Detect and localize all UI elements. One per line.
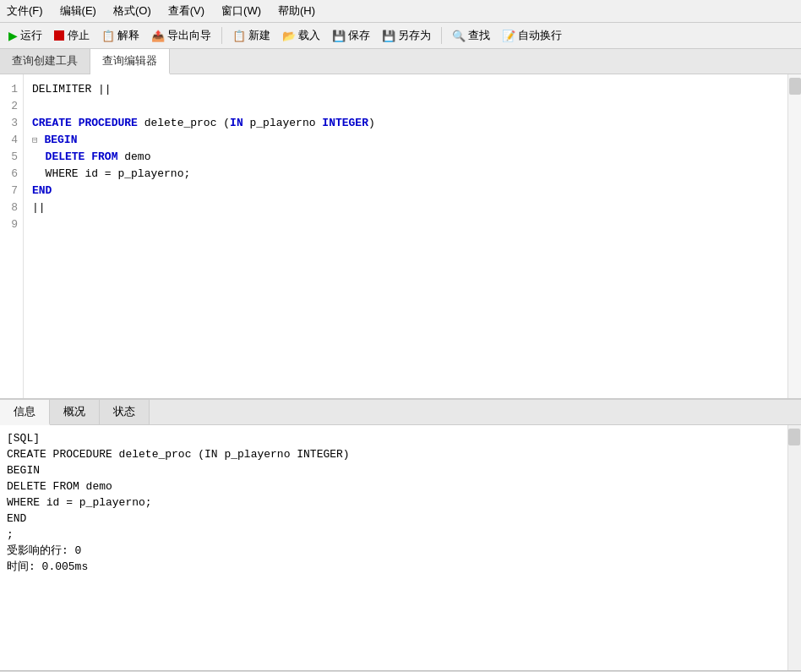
- line-num: 5: [7, 149, 18, 166]
- find-label: 查找: [468, 28, 490, 43]
- auto-wrap-label: 自动换行: [518, 28, 562, 43]
- export-wizard-button[interactable]: 📤 导出向导: [148, 26, 215, 45]
- auto-wrap-button[interactable]: 📝 自动换行: [499, 26, 565, 45]
- info-line: WHERE id = p_playerno;: [7, 494, 781, 511]
- line-num: 6: [7, 166, 18, 183]
- menu-help[interactable]: 帮助(H): [276, 3, 317, 19]
- find-icon: 🔍: [452, 30, 466, 42]
- tab-overview[interactable]: 概况: [50, 400, 100, 424]
- info-line: BEGIN: [7, 462, 781, 478]
- tab-query-builder[interactable]: 查询创建工具: [0, 49, 90, 74]
- tab-query-editor[interactable]: 查询编辑器: [90, 49, 170, 74]
- bottom-panel: 信息 概况 状态 [SQL] CREATE PROCEDURE delete_p…: [0, 400, 801, 670]
- save-as-label: 另存为: [398, 28, 431, 43]
- run-label: 运行: [20, 28, 42, 43]
- line-num: 1: [7, 81, 18, 98]
- line-num: 9: [7, 216, 18, 233]
- save-label: 保存: [348, 28, 370, 43]
- info-line: CREATE PROCEDURE delete_proc (IN p_playe…: [7, 446, 781, 462]
- stop-button[interactable]: 停止: [51, 26, 93, 45]
- menu-view[interactable]: 查看(V): [166, 3, 206, 19]
- line-num: 8: [7, 199, 18, 216]
- run-button[interactable]: ▶ 运行: [5, 26, 46, 45]
- export-wizard-icon: 📤: [151, 30, 165, 42]
- editor-scrollbar[interactable]: [787, 74, 801, 398]
- tab-status[interactable]: 状态: [100, 400, 150, 424]
- scrollbar-thumb[interactable]: [789, 78, 801, 95]
- load-button[interactable]: 📂 载入: [279, 26, 324, 45]
- save-icon: 💾: [332, 30, 346, 42]
- info-line: DELETE FROM demo: [7, 478, 781, 494]
- scrollbar-thumb[interactable]: [788, 429, 800, 445]
- code-editor[interactable]: DELIMITER || CREATE PROCEDURE delete_pro…: [24, 74, 787, 398]
- editor-tabs: 查询创建工具 查询编辑器: [0, 49, 801, 74]
- explain-label: 解释: [117, 28, 139, 43]
- info-line: ;: [7, 527, 781, 543]
- save-button[interactable]: 💾 保存: [329, 26, 373, 45]
- bottom-scrollbar[interactable]: [787, 425, 801, 670]
- new-label: 新建: [248, 28, 270, 43]
- line-numbers: 1 2 3 4 5 6 7 8 9: [0, 74, 24, 398]
- save-as-icon: 💾: [382, 30, 395, 42]
- bottom-panel-inner: [SQL] CREATE PROCEDURE delete_proc (IN p…: [0, 425, 801, 670]
- toolbar-separator-2: [441, 27, 442, 44]
- run-icon: ▶: [8, 29, 18, 42]
- info-line: 受影响的行: 0: [7, 543, 781, 559]
- load-icon: 📂: [282, 30, 296, 42]
- main-area: 1 2 3 4 5 6 7 8 9 DELIMITER || CREATE PR…: [0, 74, 801, 670]
- line-num: 2: [7, 98, 18, 115]
- line-num: 3: [7, 115, 18, 132]
- info-line: 时间: 0.005ms: [7, 559, 781, 575]
- new-icon: 📋: [232, 30, 246, 42]
- stop-label: 停止: [68, 28, 90, 43]
- menu-window[interactable]: 窗口(W): [220, 3, 263, 19]
- find-button[interactable]: 🔍 查找: [449, 26, 493, 45]
- stop-icon: [54, 30, 64, 41]
- toolbar: ▶ 运行 停止 📋 解释 📤 导出向导 📋 新建 📂 载入 💾 保存 💾 另存为…: [0, 23, 801, 49]
- bottom-info-content: [SQL] CREATE PROCEDURE delete_proc (IN p…: [0, 425, 787, 670]
- auto-wrap-icon: 📝: [502, 30, 515, 42]
- bottom-tabs: 信息 概况 状态: [0, 400, 801, 425]
- tab-info[interactable]: 信息: [0, 400, 50, 425]
- line-num: 4: [7, 132, 18, 149]
- new-button[interactable]: 📋 新建: [229, 26, 274, 45]
- save-as-button[interactable]: 💾 另存为: [379, 26, 434, 45]
- line-num: 7: [7, 183, 18, 199]
- menu-format[interactable]: 格式(O): [112, 3, 153, 19]
- load-label: 载入: [298, 28, 320, 43]
- explain-icon: 📋: [101, 30, 115, 42]
- menu-edit[interactable]: 编辑(E): [58, 3, 98, 19]
- info-line: [SQL]: [7, 430, 781, 446]
- export-wizard-label: 导出向导: [167, 28, 211, 43]
- toolbar-separator-1: [221, 27, 222, 44]
- info-line: END: [7, 511, 781, 527]
- editor-area: 1 2 3 4 5 6 7 8 9 DELIMITER || CREATE PR…: [0, 74, 801, 400]
- menu-file[interactable]: 文件(F): [5, 3, 45, 19]
- menu-bar: 文件(F) 编辑(E) 格式(O) 查看(V) 窗口(W) 帮助(H): [0, 0, 801, 23]
- explain-button[interactable]: 📋 解释: [98, 26, 143, 45]
